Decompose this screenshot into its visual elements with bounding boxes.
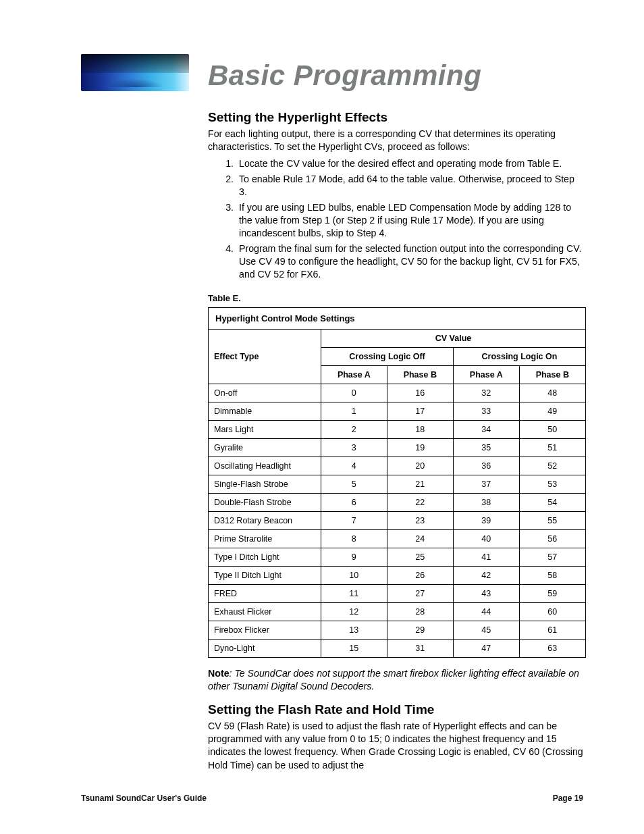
col-effect-type: Effect Type [209,330,321,384]
cell-off-phase-a: 10 [321,567,387,585]
table-title: Hyperlight Control Mode Settings [209,308,586,330]
col-crossing-off: Crossing Logic Off [321,348,454,366]
cell-off-phase-a: 0 [321,384,387,402]
cell-off-phase-b: 22 [387,494,453,512]
table-row: Dyno-Light15314763 [209,640,586,658]
col-cv-value: CV Value [321,330,586,348]
cell-off-phase-a: 15 [321,640,387,658]
table-row: Exhaust Flicker12284460 [209,603,586,621]
col-phase-a-off: Phase A [321,366,387,384]
cell-effect-name: Firebox Flicker [209,621,321,640]
cell-off-phase-b: 21 [387,475,453,494]
cell-off-phase-a: 7 [321,512,387,530]
cell-off-phase-b: 23 [387,512,453,530]
table-row: Dimmable1173349 [209,402,586,421]
col-phase-b-off: Phase B [387,366,453,384]
col-phase-b-on: Phase B [519,366,585,384]
cell-off-phase-a: 11 [321,585,387,603]
cell-off-phase-a: 1 [321,402,387,421]
cell-on-phase-a: 32 [453,384,519,402]
table-row: D312 Rotary Beacon7233955 [209,512,586,530]
cell-effect-name: Exhaust Flicker [209,603,321,621]
cell-on-phase-a: 45 [453,621,519,640]
footer-right: Page 19 [553,793,583,803]
cell-off-phase-a: 4 [321,457,387,475]
cell-on-phase-b: 49 [519,402,585,421]
cell-on-phase-a: 34 [453,421,519,439]
cell-off-phase-a: 12 [321,603,387,621]
cell-on-phase-b: 63 [519,640,585,658]
cell-off-phase-a: 8 [321,530,387,548]
cell-off-phase-b: 25 [387,548,453,567]
cell-on-phase-a: 33 [453,402,519,421]
cell-on-phase-b: 51 [519,439,585,457]
cell-on-phase-b: 57 [519,548,585,567]
table-row: Double-Flash Strobe6223854 [209,494,586,512]
cell-on-phase-a: 38 [453,494,519,512]
table-row: Firebox Flicker13294561 [209,621,586,640]
cell-on-phase-a: 35 [453,439,519,457]
cell-off-phase-b: 17 [387,402,453,421]
cell-on-phase-a: 36 [453,457,519,475]
cell-effect-name: Oscillating Headlight [209,457,321,475]
table-row: Type II Ditch Light10264258 [209,567,586,585]
cell-off-phase-b: 19 [387,439,453,457]
table-row: On-off0163248 [209,384,586,402]
cell-effect-name: Type II Ditch Light [209,567,321,585]
cell-effect-name: Mars Light [209,421,321,439]
cell-on-phase-a: 40 [453,530,519,548]
cell-on-phase-b: 59 [519,585,585,603]
table-row: FRED11274359 [209,585,586,603]
note-paragraph: Note: Te SoundCar does not support the s… [208,667,583,693]
cell-on-phase-b: 53 [519,475,585,494]
col-crossing-on: Crossing Logic On [453,348,585,366]
cell-on-phase-a: 44 [453,603,519,621]
cell-on-phase-b: 54 [519,494,585,512]
cell-on-phase-b: 58 [519,567,585,585]
step-item: Locate the CV value for the desired effe… [236,157,583,170]
cell-on-phase-a: 47 [453,640,519,658]
cell-off-phase-a: 9 [321,548,387,567]
table-row: Type I Ditch Light9254157 [209,548,586,567]
cell-on-phase-b: 52 [519,457,585,475]
table-row: Prime Strarolite8244056 [209,530,586,548]
col-phase-a-on: Phase A [453,366,519,384]
cell-on-phase-a: 39 [453,512,519,530]
cell-off-phase-b: 24 [387,530,453,548]
section-heading-hyperlight: Setting the Hyperlight Effects [208,110,583,125]
cell-effect-name: On-off [209,384,321,402]
cell-off-phase-b: 16 [387,384,453,402]
cell-on-phase-a: 41 [453,548,519,567]
cell-off-phase-a: 3 [321,439,387,457]
brand-image [81,54,189,91]
note-text: Te SoundCar does not support the smart f… [208,668,579,692]
cell-off-phase-b: 31 [387,640,453,658]
cell-on-phase-a: 42 [453,567,519,585]
step-item: Program the final sum for the selected f… [236,242,583,281]
cell-off-phase-b: 28 [387,603,453,621]
section-intro: For each lighting output, there is a cor… [208,128,583,153]
cell-on-phase-b: 61 [519,621,585,640]
hyperlight-table: Hyperlight Control Mode Settings Effect … [208,307,586,658]
cell-on-phase-b: 50 [519,421,585,439]
cell-off-phase-b: 20 [387,457,453,475]
cell-effect-name: Single-Flash Strobe [209,475,321,494]
hyperlight-steps: Locate the CV value for the desired effe… [224,157,583,281]
cell-effect-name: Dyno-Light [209,640,321,658]
cell-off-phase-a: 2 [321,421,387,439]
note-label: Note [208,668,230,679]
table-e-label: Table E. [208,293,583,303]
cell-effect-name: Type I Ditch Light [209,548,321,567]
cell-on-phase-b: 55 [519,512,585,530]
cell-off-phase-b: 27 [387,585,453,603]
cell-effect-name: Double-Flash Strobe [209,494,321,512]
cell-effect-name: Gyralite [209,439,321,457]
step-item: If you are using LED bulbs, enable LED C… [236,201,583,240]
footer-left: Tsunami SoundCar User's Guide [81,793,207,803]
cell-off-phase-a: 5 [321,475,387,494]
cell-effect-name: D312 Rotary Beacon [209,512,321,530]
cell-on-phase-b: 60 [519,603,585,621]
cell-on-phase-a: 37 [453,475,519,494]
cell-off-phase-b: 26 [387,567,453,585]
section-flash-rate-body: CV 59 (Flash Rate) is used to adjust the… [208,720,583,771]
